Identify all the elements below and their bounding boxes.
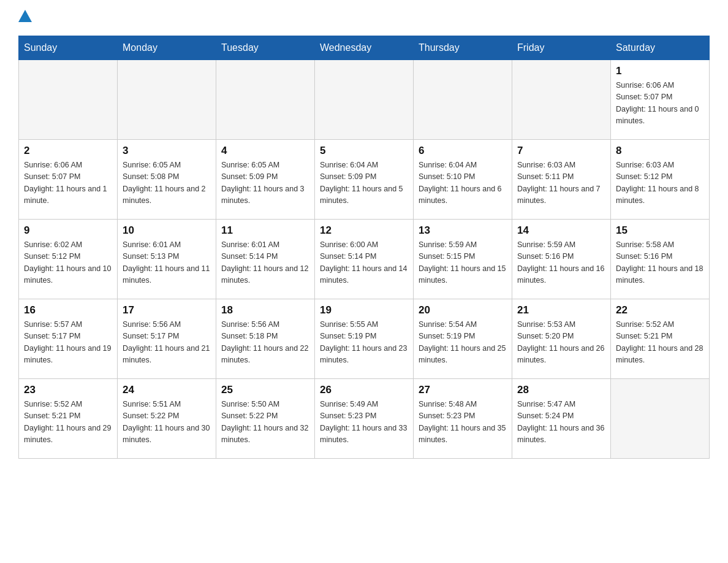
day-info: Sunrise: 6:05 AMSunset: 5:09 PMDaylight:… bbox=[221, 159, 309, 207]
calendar-cell bbox=[611, 379, 710, 459]
day-number: 3 bbox=[123, 145, 211, 157]
day-info: Sunrise: 5:59 AMSunset: 5:16 PMDaylight:… bbox=[517, 239, 605, 287]
day-info: Sunrise: 5:57 AMSunset: 5:17 PMDaylight:… bbox=[24, 319, 112, 367]
day-info: Sunrise: 5:49 AMSunset: 5:23 PMDaylight:… bbox=[320, 399, 408, 446]
day-number: 14 bbox=[517, 224, 605, 237]
day-number: 21 bbox=[517, 304, 605, 316]
calendar-cell bbox=[512, 60, 611, 140]
calendar-cell: 12Sunrise: 6:00 AMSunset: 5:14 PMDayligh… bbox=[315, 220, 414, 299]
calendar-cell bbox=[216, 60, 315, 140]
day-info: Sunrise: 5:52 AMSunset: 5:21 PMDaylight:… bbox=[616, 319, 704, 367]
day-info: Sunrise: 6:04 AMSunset: 5:10 PMDaylight:… bbox=[419, 159, 507, 207]
day-info: Sunrise: 5:51 AMSunset: 5:22 PMDaylight:… bbox=[123, 399, 211, 446]
day-number: 13 bbox=[419, 224, 507, 237]
calendar-cell: 3Sunrise: 6:05 AMSunset: 5:08 PMDaylight… bbox=[118, 140, 216, 220]
weekday-header: Sunday bbox=[19, 36, 118, 60]
calendar-week-row: 1Sunrise: 6:06 AMSunset: 5:07 PMDaylight… bbox=[19, 60, 710, 140]
calendar-cell: 28Sunrise: 5:47 AMSunset: 5:24 PMDayligh… bbox=[512, 379, 611, 459]
day-number: 20 bbox=[419, 304, 507, 316]
weekday-header: Wednesday bbox=[315, 36, 414, 60]
day-number: 8 bbox=[616, 145, 704, 157]
day-info: Sunrise: 6:06 AMSunset: 5:07 PMDaylight:… bbox=[616, 80, 704, 128]
day-info: Sunrise: 5:48 AMSunset: 5:23 PMDaylight:… bbox=[419, 399, 507, 446]
calendar-cell: 11Sunrise: 6:01 AMSunset: 5:14 PMDayligh… bbox=[216, 220, 315, 299]
day-number: 25 bbox=[221, 384, 309, 396]
calendar-cell bbox=[19, 60, 118, 140]
day-number: 27 bbox=[419, 384, 507, 396]
calendar-cell: 10Sunrise: 6:01 AMSunset: 5:13 PMDayligh… bbox=[118, 220, 216, 299]
calendar-cell: 20Sunrise: 5:54 AMSunset: 5:19 PMDayligh… bbox=[414, 299, 512, 379]
logo-triangle-icon bbox=[18, 10, 32, 22]
weekday-header: Friday bbox=[512, 36, 611, 60]
svg-marker-0 bbox=[18, 10, 32, 22]
day-info: Sunrise: 5:47 AMSunset: 5:24 PMDaylight:… bbox=[517, 399, 605, 446]
calendar-week-row: 9Sunrise: 6:02 AMSunset: 5:12 PMDaylight… bbox=[19, 220, 710, 299]
weekday-header: Monday bbox=[118, 36, 216, 60]
day-number: 5 bbox=[320, 145, 408, 157]
calendar-cell: 7Sunrise: 6:03 AMSunset: 5:11 PMDaylight… bbox=[512, 140, 611, 220]
page-header bbox=[18, 12, 710, 25]
day-number: 6 bbox=[419, 145, 507, 157]
day-info: Sunrise: 6:05 AMSunset: 5:08 PMDaylight:… bbox=[123, 159, 211, 207]
calendar-cell bbox=[315, 60, 414, 140]
day-number: 18 bbox=[221, 304, 309, 316]
weekday-header-row: SundayMondayTuesdayWednesdayThursdayFrid… bbox=[19, 36, 710, 60]
calendar-cell: 1Sunrise: 6:06 AMSunset: 5:07 PMDaylight… bbox=[611, 60, 710, 140]
calendar-cell: 9Sunrise: 6:02 AMSunset: 5:12 PMDaylight… bbox=[19, 220, 118, 299]
weekday-header: Saturday bbox=[611, 36, 710, 60]
day-number: 1 bbox=[616, 65, 704, 77]
day-number: 24 bbox=[123, 384, 211, 396]
day-number: 9 bbox=[24, 224, 112, 237]
day-info: Sunrise: 5:56 AMSunset: 5:18 PMDaylight:… bbox=[221, 319, 309, 367]
day-info: Sunrise: 6:03 AMSunset: 5:12 PMDaylight:… bbox=[616, 159, 704, 207]
day-number: 7 bbox=[517, 145, 605, 157]
logo bbox=[18, 12, 36, 25]
day-info: Sunrise: 6:06 AMSunset: 5:07 PMDaylight:… bbox=[24, 159, 112, 207]
day-info: Sunrise: 5:50 AMSunset: 5:22 PMDaylight:… bbox=[221, 399, 309, 446]
calendar-cell: 18Sunrise: 5:56 AMSunset: 5:18 PMDayligh… bbox=[216, 299, 315, 379]
day-number: 17 bbox=[123, 304, 211, 316]
day-info: Sunrise: 5:53 AMSunset: 5:20 PMDaylight:… bbox=[517, 319, 605, 367]
calendar-cell bbox=[118, 60, 216, 140]
day-info: Sunrise: 6:00 AMSunset: 5:14 PMDaylight:… bbox=[320, 239, 408, 287]
calendar-cell: 27Sunrise: 5:48 AMSunset: 5:23 PMDayligh… bbox=[414, 379, 512, 459]
day-number: 2 bbox=[24, 145, 112, 157]
day-info: Sunrise: 5:52 AMSunset: 5:21 PMDaylight:… bbox=[24, 399, 112, 446]
calendar-cell: 8Sunrise: 6:03 AMSunset: 5:12 PMDaylight… bbox=[611, 140, 710, 220]
calendar-cell: 23Sunrise: 5:52 AMSunset: 5:21 PMDayligh… bbox=[19, 379, 118, 459]
calendar-cell: 2Sunrise: 6:06 AMSunset: 5:07 PMDaylight… bbox=[19, 140, 118, 220]
day-number: 22 bbox=[616, 304, 704, 316]
calendar-cell: 4Sunrise: 6:05 AMSunset: 5:09 PMDaylight… bbox=[216, 140, 315, 220]
calendar-cell: 5Sunrise: 6:04 AMSunset: 5:09 PMDaylight… bbox=[315, 140, 414, 220]
day-number: 10 bbox=[123, 224, 211, 237]
calendar-cell: 21Sunrise: 5:53 AMSunset: 5:20 PMDayligh… bbox=[512, 299, 611, 379]
weekday-header: Thursday bbox=[414, 36, 512, 60]
calendar-week-row: 16Sunrise: 5:57 AMSunset: 5:17 PMDayligh… bbox=[19, 299, 710, 379]
calendar-cell: 22Sunrise: 5:52 AMSunset: 5:21 PMDayligh… bbox=[611, 299, 710, 379]
calendar-cell: 26Sunrise: 5:49 AMSunset: 5:23 PMDayligh… bbox=[315, 379, 414, 459]
day-info: Sunrise: 6:01 AMSunset: 5:13 PMDaylight:… bbox=[123, 239, 211, 287]
day-info: Sunrise: 6:03 AMSunset: 5:11 PMDaylight:… bbox=[517, 159, 605, 207]
day-number: 19 bbox=[320, 304, 408, 316]
day-info: Sunrise: 5:58 AMSunset: 5:16 PMDaylight:… bbox=[616, 239, 704, 287]
calendar-cell: 17Sunrise: 5:56 AMSunset: 5:17 PMDayligh… bbox=[118, 299, 216, 379]
calendar-cell: 6Sunrise: 6:04 AMSunset: 5:10 PMDaylight… bbox=[414, 140, 512, 220]
day-number: 4 bbox=[221, 145, 309, 157]
calendar-cell bbox=[414, 60, 512, 140]
day-info: Sunrise: 5:56 AMSunset: 5:17 PMDaylight:… bbox=[123, 319, 211, 367]
calendar-cell: 13Sunrise: 5:59 AMSunset: 5:15 PMDayligh… bbox=[414, 220, 512, 299]
day-number: 11 bbox=[221, 224, 309, 237]
day-number: 12 bbox=[320, 224, 408, 237]
day-info: Sunrise: 5:55 AMSunset: 5:19 PMDaylight:… bbox=[320, 319, 408, 367]
day-info: Sunrise: 6:04 AMSunset: 5:09 PMDaylight:… bbox=[320, 159, 408, 207]
calendar-cell: 24Sunrise: 5:51 AMSunset: 5:22 PMDayligh… bbox=[118, 379, 216, 459]
calendar-week-row: 23Sunrise: 5:52 AMSunset: 5:21 PMDayligh… bbox=[19, 379, 710, 459]
day-number: 15 bbox=[616, 224, 704, 237]
calendar-table: SundayMondayTuesdayWednesdayThursdayFrid… bbox=[18, 36, 710, 459]
calendar-cell: 15Sunrise: 5:58 AMSunset: 5:16 PMDayligh… bbox=[611, 220, 710, 299]
calendar-week-row: 2Sunrise: 6:06 AMSunset: 5:07 PMDaylight… bbox=[19, 140, 710, 220]
day-info: Sunrise: 6:01 AMSunset: 5:14 PMDaylight:… bbox=[221, 239, 309, 287]
calendar-cell: 16Sunrise: 5:57 AMSunset: 5:17 PMDayligh… bbox=[19, 299, 118, 379]
calendar-cell: 14Sunrise: 5:59 AMSunset: 5:16 PMDayligh… bbox=[512, 220, 611, 299]
day-info: Sunrise: 5:54 AMSunset: 5:19 PMDaylight:… bbox=[419, 319, 507, 367]
